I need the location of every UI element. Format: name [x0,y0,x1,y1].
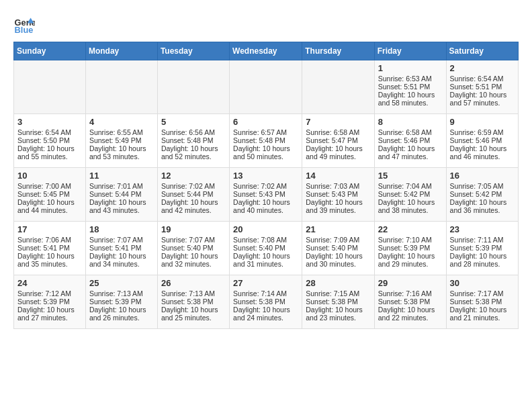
day-number: 28 [306,278,370,288]
day-info: Daylight: 10 hours and 31 minutes. [233,252,298,268]
calendar-cell: 26Sunrise: 7:13 AMSunset: 5:38 PMDayligh… [157,275,229,329]
calendar-week-row: 17Sunrise: 7:06 AMSunset: 5:41 PMDayligh… [14,222,519,275]
calendar-cell: 16Sunrise: 7:05 AMSunset: 5:42 PMDayligh… [446,168,518,222]
day-info: Sunrise: 7:06 AM [17,236,82,244]
day-info: Sunset: 5:38 PM [378,298,443,306]
day-info: Sunset: 5:51 PM [450,83,515,91]
day-number: 13 [233,171,298,181]
day-info: Sunset: 5:49 PM [89,136,154,144]
calendar-cell [302,60,374,114]
day-info: Sunrise: 7:13 AM [161,289,226,298]
day-number: 23 [450,224,515,234]
day-info: Sunset: 5:45 PM [17,190,82,198]
day-info: Daylight: 10 hours and 21 minutes. [450,306,515,322]
day-info: Sunrise: 7:15 AM [306,289,370,298]
calendar-cell: 12Sunrise: 7:02 AMSunset: 5:44 PMDayligh… [157,168,229,222]
day-info: Daylight: 10 hours and 27 minutes. [17,306,82,322]
day-info: Sunrise: 6:53 AM [378,75,443,83]
day-number: 5 [161,117,226,127]
calendar-cell: 11Sunrise: 7:01 AMSunset: 5:44 PMDayligh… [85,168,157,222]
day-number: 11 [89,171,154,181]
calendar-cell [14,60,86,114]
day-info: Sunset: 5:41 PM [17,244,82,252]
day-info: Sunrise: 7:07 AM [89,236,154,244]
day-number: 30 [450,278,515,288]
day-info: Sunset: 5:43 PM [233,190,298,198]
day-info: Daylight: 10 hours and 43 minutes. [89,198,154,214]
weekday-header-thursday: Thursday [302,42,374,60]
day-info: Sunset: 5:39 PM [17,298,82,306]
calendar-cell: 22Sunrise: 7:10 AMSunset: 5:39 PMDayligh… [374,222,446,275]
day-info: Sunset: 5:44 PM [89,190,154,198]
day-info: Sunset: 5:48 PM [233,136,298,144]
day-number: 10 [17,171,82,181]
day-info: Daylight: 10 hours and 24 minutes. [233,306,298,322]
calendar-cell: 14Sunrise: 7:03 AMSunset: 5:43 PMDayligh… [302,168,374,222]
day-info: Sunrise: 7:00 AM [17,182,82,190]
day-number: 20 [233,224,298,234]
day-number: 19 [161,224,226,234]
weekday-header-monday: Monday [85,42,157,60]
day-info: Sunset: 5:42 PM [378,190,443,198]
day-number: 21 [306,224,370,234]
day-info: Sunset: 5:40 PM [161,244,226,252]
day-info: Sunset: 5:46 PM [450,136,515,144]
calendar-cell: 27Sunrise: 7:14 AMSunset: 5:38 PMDayligh… [230,275,302,329]
calendar-cell: 4Sunrise: 6:55 AMSunset: 5:49 PMDaylight… [85,114,157,168]
logo: General Blue [13,13,35,35]
calendar-cell: 1Sunrise: 6:53 AMSunset: 5:51 PMDaylight… [374,60,446,114]
day-info: Sunset: 5:38 PM [450,298,515,306]
weekday-header-wednesday: Wednesday [230,42,302,60]
day-info: Sunset: 5:42 PM [450,190,515,198]
day-info: Sunset: 5:38 PM [233,298,298,306]
calendar-week-row: 10Sunrise: 7:00 AMSunset: 5:45 PMDayligh… [14,168,519,222]
calendar-cell: 25Sunrise: 7:13 AMSunset: 5:39 PMDayligh… [85,275,157,329]
day-info: Sunrise: 7:10 AM [378,236,443,244]
day-number: 25 [89,278,154,288]
day-info: Sunrise: 7:02 AM [233,182,298,190]
calendar-cell: 3Sunrise: 6:54 AMSunset: 5:50 PMDaylight… [14,114,86,168]
day-info: Daylight: 10 hours and 44 minutes. [17,198,82,214]
day-number: 24 [17,278,82,288]
day-number: 17 [17,224,82,234]
day-info: Sunrise: 7:01 AM [89,182,154,190]
logo-icon: General Blue [13,13,35,35]
calendar-cell: 30Sunrise: 7:17 AMSunset: 5:38 PMDayligh… [446,275,518,329]
svg-text:Blue: Blue [15,25,34,35]
day-info: Sunrise: 7:02 AM [161,182,226,190]
day-info: Sunrise: 6:58 AM [378,128,443,136]
calendar-cell [157,60,229,114]
day-info: Sunset: 5:39 PM [450,244,515,252]
day-info: Sunrise: 7:11 AM [450,236,515,244]
day-info: Sunset: 5:46 PM [378,136,443,144]
calendar-week-row: 1Sunrise: 6:53 AMSunset: 5:51 PMDaylight… [14,60,519,114]
day-info: Daylight: 10 hours and 25 minutes. [161,306,226,322]
calendar-cell: 5Sunrise: 6:56 AMSunset: 5:48 PMDaylight… [157,114,229,168]
day-info: Sunrise: 6:56 AM [161,128,226,136]
calendar-cell: 10Sunrise: 7:00 AMSunset: 5:45 PMDayligh… [14,168,86,222]
calendar-cell: 24Sunrise: 7:12 AMSunset: 5:39 PMDayligh… [14,275,86,329]
day-info: Sunset: 5:51 PM [378,83,443,91]
calendar-cell: 7Sunrise: 6:58 AMSunset: 5:47 PMDaylight… [302,114,374,168]
day-info: Daylight: 10 hours and 28 minutes. [450,252,515,268]
day-info: Sunrise: 7:16 AM [378,289,443,298]
day-info: Sunrise: 7:05 AM [450,182,515,190]
day-number: 3 [17,117,82,127]
day-number: 6 [233,117,298,127]
day-info: Daylight: 10 hours and 40 minutes. [233,198,298,214]
day-number: 22 [378,224,443,234]
day-number: 26 [161,278,226,288]
day-info: Sunrise: 7:12 AM [17,289,82,298]
day-number: 18 [89,224,154,234]
day-info: Daylight: 10 hours and 42 minutes. [161,198,226,214]
day-info: Sunrise: 7:07 AM [161,236,226,244]
day-info: Sunset: 5:48 PM [161,136,226,144]
day-info: Sunset: 5:47 PM [306,136,370,144]
day-info: Sunset: 5:41 PM [89,244,154,252]
calendar-cell [230,60,302,114]
calendar-cell: 19Sunrise: 7:07 AMSunset: 5:40 PMDayligh… [157,222,229,275]
day-info: Sunrise: 7:09 AM [306,236,370,244]
day-number: 4 [89,117,154,127]
day-number: 8 [378,117,443,127]
day-number: 7 [306,117,370,127]
